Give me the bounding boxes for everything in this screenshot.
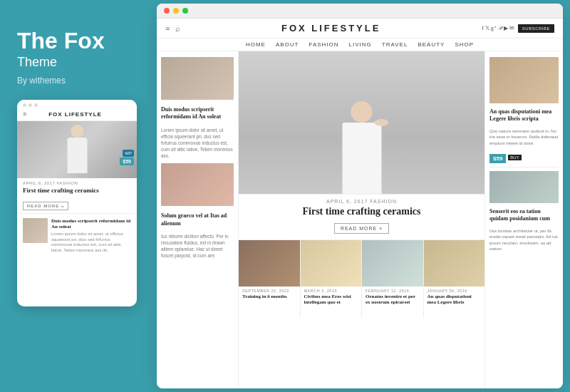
right-post-2-desc: Uss bonitas architecter ut, per lls erad… — [489, 228, 559, 252]
nav-hamburger-icon[interactable]: ≡ — [165, 24, 170, 33]
right-post-1-title: An quas disputationi mea Legere libris s… — [489, 108, 559, 123]
left-panel: The Fox Theme By withemes ≡ FOX LIFESTYL… — [0, 0, 157, 392]
left-post-1-image — [161, 57, 234, 100]
center-article: APRIL 6, 2017 FASHION First time craftin… — [239, 194, 484, 239]
hero-figure — [342, 101, 381, 194]
bottom-meta-1: SEPTEMBER 22, 2022 — [242, 289, 296, 293]
mobile-bottom-text: Duis modus scripserit reformidans id An … — [51, 218, 131, 254]
mobile-bottom-title: Duis modus scripserit reformidans id An … — [51, 218, 131, 230]
content-right-column: An quas disputationi mea Legere libris s… — [484, 51, 563, 388]
mobile-wp-badge: WP — [123, 150, 134, 157]
menu-item-beauty[interactable]: BEAUTY — [418, 41, 445, 48]
pinterest-icon[interactable]: 𝒫 — [498, 25, 502, 32]
bottom-meta-3: FEBRUARY 12, 2016 — [366, 289, 420, 293]
menu-item-shop[interactable]: SHOP — [455, 41, 474, 48]
bottom-meta-2: MARCH 2, 2018 — [304, 289, 358, 293]
menu-item-living[interactable]: LIVING — [349, 41, 372, 48]
figure-head — [71, 125, 83, 138]
left-post-2-desc: Ius niborre dicition affecto. Per in rec… — [161, 233, 234, 259]
mobile-logo: FOX LIFESTYLE — [48, 111, 102, 118]
menu-item-about[interactable]: ABOUT — [276, 41, 299, 48]
center-read-more-btn[interactable]: READ MORE » — [334, 223, 389, 234]
bottom-item-1: SEPTEMBER 22, 2022 Training in 6 months — [239, 240, 300, 318]
social-icons: f 𝕏 g⁺ 𝒫 ▶ ✉ — [482, 25, 514, 32]
desktop-dot-green — [182, 8, 188, 14]
left-post-2-image — [161, 163, 234, 206]
right-post-1-image — [489, 57, 559, 103]
hero-hand — [374, 119, 388, 126]
desktop-menu: HOME ABOUT FASHION LIVING TRAVEL BEAUTY … — [157, 38, 563, 51]
by-line: By withemes — [17, 76, 140, 86]
bottom-title-3: Ornatus invenire et per ex nostrum epicu… — [366, 294, 420, 306]
figure-body — [67, 138, 87, 173]
bottom-title-4: An quas disputationi mea Legere libris — [428, 294, 482, 306]
bottom-img-3 — [362, 240, 423, 287]
mobile-dot-3 — [34, 103, 38, 107]
nav-search-icon[interactable]: ⌕ — [175, 24, 180, 33]
bottom-item-4: JANUARY 30, 2016 An quas disputationi me… — [423, 240, 485, 318]
mobile-hero: WP $59 — [17, 121, 137, 178]
bottom-meta-4: JANUARY 30, 2016 — [428, 289, 482, 293]
right-post-2-image — [489, 171, 559, 203]
left-post-1-title: Duis modus scripserit reformidans id An … — [161, 106, 234, 121]
right-divider — [489, 167, 559, 167]
desktop-nav: ≡ ⌕ FOX LIFESTYLE f 𝕏 g⁺ 𝒫 ▶ ✉ SUBSCRIBE — [157, 19, 563, 38]
bottom-title-1: Training in 6 months — [242, 294, 296, 299]
hero-body — [342, 123, 381, 194]
desktop-nav-right: f 𝕏 g⁺ 𝒫 ▶ ✉ SUBSCRIBE — [482, 24, 554, 33]
theme-title: The Fox — [17, 29, 140, 53]
bottom-text-3: FEBRUARY 12, 2016 Ornatus invenire et pe… — [362, 287, 423, 308]
menu-item-fashion[interactable]: FASHION — [309, 41, 338, 48]
bottom-img-2 — [301, 240, 362, 287]
desktop-nav-left: ≡ ⌕ — [165, 24, 180, 33]
desktop-dot-yellow — [173, 8, 179, 14]
mobile-thumb — [23, 218, 48, 243]
facebook-icon[interactable]: f — [482, 25, 484, 31]
buy-tag[interactable]: BUY — [508, 155, 521, 160]
twitter-icon[interactable]: 𝕏 — [485, 25, 489, 31]
center-article-title: First time crafting ceramics — [246, 206, 477, 218]
mobile-bottom-desc: Lorem ipsum dolor sit amet, ut officius … — [51, 232, 131, 254]
subscribe-button[interactable]: SUBSCRIBE — [518, 24, 554, 33]
youtube-icon[interactable]: ▶ — [504, 25, 508, 31]
right-post-2-title: Senserit eos ea tation quidam posidanium… — [489, 208, 559, 223]
mobile-read-more-btn[interactable]: READ MORE » — [23, 202, 68, 210]
center-article-meta: APRIL 6, 2017 FASHION — [246, 199, 477, 204]
mobile-hero-figure — [65, 125, 90, 178]
bottom-item-2: MARCH 2, 2018 Civibus mea Eros wisi inte… — [300, 240, 362, 318]
menu-item-home[interactable]: HOME — [246, 41, 266, 48]
mobile-bottom-post: Duis modus scripserit reformidans id An … — [17, 213, 137, 258]
desktop-dot-red — [164, 8, 170, 14]
email-icon[interactable]: ✉ — [509, 25, 514, 31]
theme-subtitle: Theme — [17, 55, 140, 70]
desktop-content: Duis modus scripserit reformidans id An … — [157, 51, 563, 388]
center-hero — [239, 51, 484, 194]
left-post-2-title: Solum graeco vel at Itas ad alienum — [161, 212, 234, 227]
mobile-content: APRIL 6, 2017 FASHION First time craftin… — [17, 178, 137, 213]
content-center-column: APRIL 6, 2017 FASHION First time craftin… — [239, 51, 484, 388]
google-icon[interactable]: g⁺ — [491, 25, 497, 31]
desktop-mockup: ≡ ⌕ FOX LIFESTYLE f 𝕏 g⁺ 𝒫 ▶ ✉ SUBSCRIBE… — [157, 4, 563, 388]
bottom-img-1 — [239, 240, 300, 287]
bottom-text-4: JANUARY 30, 2016 An quas disputationi me… — [424, 287, 485, 308]
price-tag: $59 — [489, 154, 506, 163]
desktop-body: ≡ ⌕ FOX LIFESTYLE f 𝕏 g⁺ 𝒫 ▶ ✉ SUBSCRIBE… — [157, 19, 563, 388]
mobile-header-left: ≡ — [23, 110, 26, 118]
hamburger-icon: ≡ — [23, 110, 26, 118]
right-post-1-desc: Quo nature neminem audunt in. No ine ess… — [489, 128, 559, 146]
mobile-header: ≡ FOX LIFESTYLE — [17, 109, 137, 121]
mobile-dot-2 — [28, 103, 32, 107]
mobile-price-badge: $59 — [120, 158, 134, 165]
desktop-title-bar — [157, 4, 563, 19]
bottom-title-2: Civibus mea Eros wisi intellegam quo et — [304, 294, 358, 306]
mobile-top-bar — [17, 100, 137, 109]
bottom-text-2: MARCH 2, 2018 Civibus mea Eros wisi inte… — [301, 287, 362, 308]
mobile-meta: APRIL 6, 2017 FASHION — [23, 181, 131, 185]
desktop-site-title: FOX LIFESTYLE — [180, 23, 482, 33]
mobile-mockup: ≡ FOX LIFESTYLE WP $59 APRIL 6, 2017 FAS… — [17, 100, 137, 306]
center-hero-img — [239, 51, 484, 194]
mobile-dot-1 — [23, 103, 26, 107]
menu-item-travel[interactable]: TRAVEL — [382, 41, 408, 48]
left-post-1-desc: Lorem ipsum dolor sit amet, ut efficia s… — [161, 127, 234, 159]
mobile-post-title: First time crafting ceramics — [23, 187, 131, 195]
